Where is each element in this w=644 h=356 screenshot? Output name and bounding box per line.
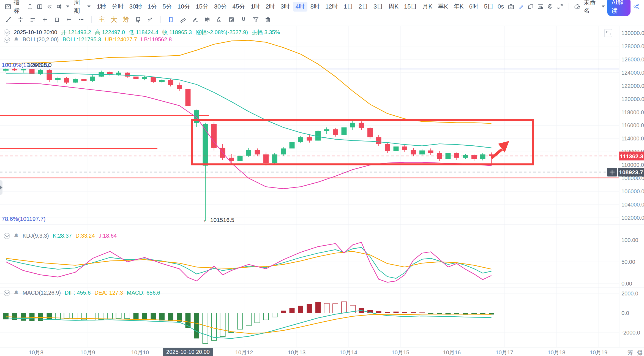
period-label[interactable]: 周期: [74, 0, 84, 15]
svg-text:102000.0: 102000.0: [621, 215, 644, 221]
date-label: 10月13: [280, 349, 313, 356]
amplitude-value: 振幅 3.35%: [252, 29, 280, 36]
timeframe-1时[interactable]: 1时: [248, 2, 263, 12]
replay-icon[interactable]: [45, 2, 54, 11]
left-panel-handle[interactable]: [0, 180, 2, 195]
alert-bell-icon[interactable]: 🔔︎: [14, 290, 19, 296]
date-label: 10月19: [582, 349, 615, 356]
note-icon[interactable]: [227, 15, 236, 24]
filter-icon[interactable]: [251, 15, 260, 24]
lock-icon[interactable]: [215, 15, 224, 24]
cloud-check-icon[interactable]: [574, 2, 582, 11]
flip-icon[interactable]: [133, 15, 143, 24]
corner-button-爆[interactable]: 爆: [637, 349, 643, 356]
template-icon[interactable]: [26, 2, 34, 11]
timeframe-8时[interactable]: 8时: [308, 2, 322, 12]
timeframe-6时[interactable]: 6时: [466, 2, 481, 12]
timeframe-15分[interactable]: 15分: [193, 2, 211, 12]
settings-icon[interactable]: [546, 2, 554, 11]
fib-lines-icon[interactable]: [16, 15, 25, 24]
collapse-chevron-icon[interactable]: [4, 233, 10, 239]
camera-icon[interactable]: [507, 2, 515, 11]
trendline-icon[interactable]: [4, 15, 13, 24]
layout-icon[interactable]: [36, 2, 44, 11]
timeframe-3日[interactable]: 3日: [371, 2, 385, 12]
delete-icon[interactable]: [263, 15, 272, 24]
ruler-icon[interactable]: [178, 15, 188, 24]
date-label: 10月17: [488, 349, 521, 356]
big-chart-button[interactable]: 大: [109, 15, 119, 24]
svg-text:130000.0: 130000.0: [621, 30, 644, 36]
collapse-chevron-icon[interactable]: [4, 29, 10, 36]
main-chart-button[interactable]: 主: [97, 15, 107, 24]
corner-buttons: 筹爆: [627, 349, 643, 356]
timeframe-4时[interactable]: 4时: [293, 2, 307, 12]
timeframe-5日[interactable]: 5日: [482, 2, 496, 12]
chart-svg[interactable]: 130000.0128000.0126000.0124000.0122000.0…: [0, 26, 644, 347]
timeframe-1日[interactable]: 1日: [341, 2, 355, 12]
timeframe-年K[interactable]: 年K: [451, 2, 466, 12]
chart-type-icon[interactable]: [55, 2, 64, 11]
trend-arrow-icon[interactable]: [146, 15, 155, 24]
segment-icon[interactable]: [64, 15, 74, 24]
kdj-name: KDJ(9,3,3): [23, 233, 49, 239]
svg-text:-2000.0: -2000.0: [621, 330, 640, 336]
cross-icon[interactable]: [40, 15, 50, 24]
bookmark-icon[interactable]: [166, 15, 176, 24]
svg-text:120000.0: 120000.0: [621, 96, 644, 102]
timeframe-30分[interactable]: 30分: [212, 2, 229, 12]
alert-bell-icon[interactable]: 🔔︎: [14, 233, 19, 239]
snapshot-icon[interactable]: [537, 2, 544, 11]
date-label: 10月14: [332, 349, 365, 356]
date-label: 10月8: [20, 349, 53, 356]
svg-text:116000.0: 116000.0: [621, 122, 644, 128]
caret-down-icon: [602, 6, 605, 7]
add-frame-icon[interactable]: [527, 2, 534, 11]
timeframe-2日[interactable]: 2日: [356, 2, 370, 12]
timeframe-45分[interactable]: 45分: [230, 2, 247, 12]
timeframe-季K[interactable]: 季K: [435, 2, 451, 12]
collapse-chevron-icon[interactable]: [4, 290, 10, 296]
collapse-chevron-icon[interactable]: [4, 37, 10, 43]
timeframe-1分[interactable]: 1分: [145, 2, 159, 12]
timeframe-2时[interactable]: 2时: [263, 2, 277, 12]
timeframe-30秒[interactable]: 30秒: [127, 2, 144, 12]
parallel-lines-icon[interactable]: [28, 15, 37, 24]
document-name[interactable]: 未命名: [584, 0, 598, 15]
timeframe-3时[interactable]: 3时: [278, 2, 292, 12]
draw-icon[interactable]: [517, 2, 525, 11]
boll-name: BOLL(20,2.00): [23, 36, 59, 43]
chart-canvas[interactable]: 130000.0128000.0126000.0124000.0122000.0…: [0, 26, 644, 356]
timeframe-12时[interactable]: 12时: [323, 2, 340, 12]
date-label: 10月15: [384, 349, 417, 356]
ai-analysis-button[interactable]: AI解读: [607, 0, 630, 16]
date-axis[interactable]: 2025-10-10 20:00 筹爆 10月810月910月1010月1210…: [0, 347, 644, 356]
timeframe-分时[interactable]: 分时: [109, 2, 126, 12]
more-icon[interactable]: [77, 15, 86, 24]
svg-text:114000.0: 114000.0: [621, 135, 644, 142]
svg-text:126000.0: 126000.0: [621, 56, 644, 62]
share-icon[interactable]: [633, 2, 640, 11]
kdj-d-value: D:33.24: [76, 233, 95, 239]
timeframe-月K[interactable]: 月K: [420, 2, 435, 12]
svg-text:104000.0: 104000.0: [621, 202, 644, 208]
timeframe-周K[interactable]: 周K: [386, 2, 401, 12]
kdj-k-value: K:28.37: [53, 233, 72, 239]
timeframe-10分[interactable]: 10分: [175, 2, 193, 12]
timeframe-15日[interactable]: 15日: [402, 2, 419, 12]
timeframe-1秒[interactable]: 1秒: [94, 2, 109, 12]
freehand-icon[interactable]: [190, 15, 200, 24]
alert-bell-icon[interactable]: 🔔︎: [14, 37, 19, 42]
date-label: 10月10: [124, 349, 157, 356]
magnet-icon[interactable]: [239, 15, 248, 24]
pattern-icon[interactable]: [203, 15, 212, 24]
corner-button-筹[interactable]: 筹: [627, 349, 633, 356]
rect-icon[interactable]: [52, 15, 62, 24]
crosshair-date-tooltip: 2025-10-10 20:00: [163, 348, 213, 356]
timeframe-5分[interactable]: 5分: [160, 2, 174, 12]
indicator-icon[interactable]: [4, 2, 12, 11]
chip-distribution-button[interactable]: 筹: [121, 15, 131, 24]
svg-text:106000.0: 106000.0: [621, 188, 644, 194]
indicator-label[interactable]: 指标: [14, 0, 24, 15]
fullscreen-icon[interactable]: [556, 2, 564, 11]
